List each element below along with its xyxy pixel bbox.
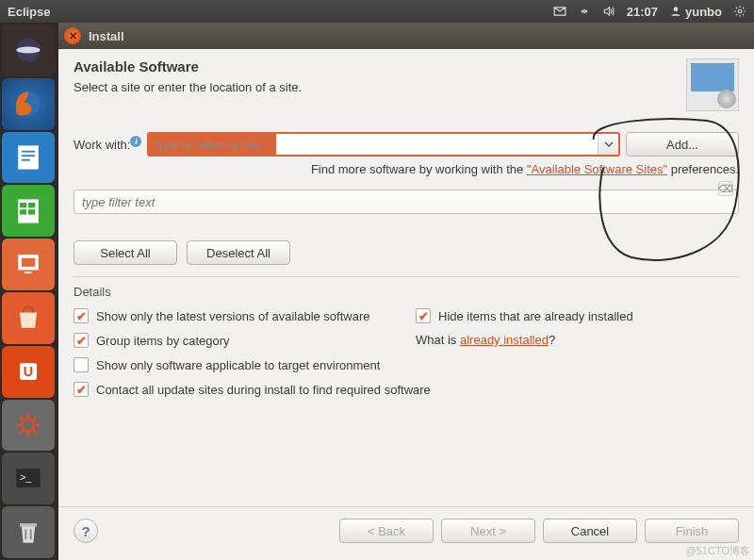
launcher-calc[interactable] [2, 185, 55, 237]
svg-rect-12 [20, 209, 26, 214]
dialog-titlebar: ✕ Install [58, 23, 754, 49]
clear-filter-icon[interactable]: ⌫ [718, 181, 733, 196]
svg-rect-7 [22, 155, 35, 156]
launcher-impress[interactable] [2, 239, 55, 290]
svg-rect-15 [22, 257, 35, 266]
system-menubar: Eclipse 21:07 yunbo [0, 0, 754, 23]
dialog-title: Install [89, 29, 124, 43]
available-sites-link[interactable]: "Available Software Sites" [527, 162, 667, 176]
install-wizard-icon [686, 58, 739, 111]
svg-rect-10 [20, 203, 26, 207]
svg-text:U: U [24, 365, 33, 380]
deselect-all-button[interactable]: Deselect All [187, 240, 290, 265]
details-label: Details [74, 276, 739, 299]
svg-text:>_: >_ [20, 471, 32, 483]
svg-rect-13 [28, 209, 35, 214]
chevron-down-icon[interactable] [598, 134, 618, 155]
work-with-label: Work with:i [74, 136, 141, 152]
label-show-latest: Show only the latest versions of availab… [96, 309, 370, 323]
install-dialog: ✕ Install Available Software Select a si… [58, 23, 754, 560]
user-menu[interactable]: yunbo [669, 5, 722, 19]
launcher-terminal[interactable]: >_ [2, 453, 55, 504]
label-contact-sites: Contact all update sites during install … [96, 383, 431, 397]
label-group-category: Group items by category [96, 334, 230, 348]
help-button[interactable]: ? [74, 519, 98, 543]
hint-row: Find more software by working with the "… [74, 162, 739, 176]
svg-rect-6 [22, 151, 35, 153]
checkbox-group-category[interactable] [74, 333, 89, 348]
finish-button[interactable]: Finish [645, 519, 739, 543]
svg-rect-23 [25, 529, 26, 539]
unity-launcher: U >_ [0, 23, 58, 560]
select-all-button[interactable]: Select All [74, 240, 177, 265]
launcher-software-center[interactable] [2, 292, 55, 344]
gear-icon[interactable] [733, 5, 746, 18]
cancel-button[interactable]: Cancel [543, 519, 637, 543]
svg-point-3 [16, 47, 40, 54]
app-title: Eclipse [8, 5, 51, 19]
launcher-writer[interactable] [2, 132, 55, 184]
launcher-settings[interactable] [2, 400, 55, 452]
svg-rect-5 [18, 145, 39, 169]
launcher-firefox[interactable] [2, 78, 55, 130]
svg-point-19 [23, 420, 35, 432]
add-button[interactable]: Add... [626, 132, 739, 156]
checkbox-target-env[interactable] [74, 357, 89, 372]
svg-rect-8 [22, 159, 30, 161]
already-installed-link[interactable]: already installed [460, 333, 549, 347]
checkbox-contact-sites[interactable] [74, 382, 89, 397]
launcher-ubuntu-one[interactable]: U [2, 346, 55, 398]
system-tray: 21:07 yunbo [553, 5, 746, 19]
back-button[interactable]: < Back [339, 519, 434, 543]
svg-point-0 [674, 7, 679, 11]
filter-input[interactable] [74, 189, 739, 214]
volume-icon[interactable] [602, 5, 615, 18]
page-subheading: Select a site or enter the location of a… [74, 80, 686, 94]
label-target-env: Show only software applicable to target … [96, 358, 380, 372]
wizard-footer: ? < Back Next > Cancel Finish [58, 506, 754, 560]
info-icon: i [130, 136, 141, 147]
launcher-eclipse[interactable] [2, 25, 55, 76]
svg-rect-22 [20, 523, 37, 527]
clock[interactable]: 21:07 [627, 5, 658, 19]
close-icon[interactable]: ✕ [64, 27, 81, 44]
work-with-combo[interactable] [147, 132, 620, 156]
page-heading: Available Software [74, 58, 686, 74]
svg-point-1 [738, 9, 742, 13]
network-icon[interactable] [578, 5, 591, 18]
mail-icon[interactable] [553, 5, 566, 18]
label-hide-installed: Hide items that are already installed [438, 309, 633, 323]
next-button[interactable]: Next > [441, 519, 535, 543]
watermark: @51CTO博客 [686, 544, 750, 558]
svg-rect-24 [30, 529, 32, 539]
svg-rect-11 [28, 203, 35, 207]
launcher-trash[interactable] [2, 506, 55, 558]
checkbox-show-latest[interactable] [74, 308, 89, 323]
work-with-input[interactable] [149, 134, 598, 155]
svg-rect-16 [25, 272, 31, 273]
checkbox-hide-installed[interactable] [416, 308, 431, 323]
whatis-row: What is already installed? [416, 333, 739, 348]
